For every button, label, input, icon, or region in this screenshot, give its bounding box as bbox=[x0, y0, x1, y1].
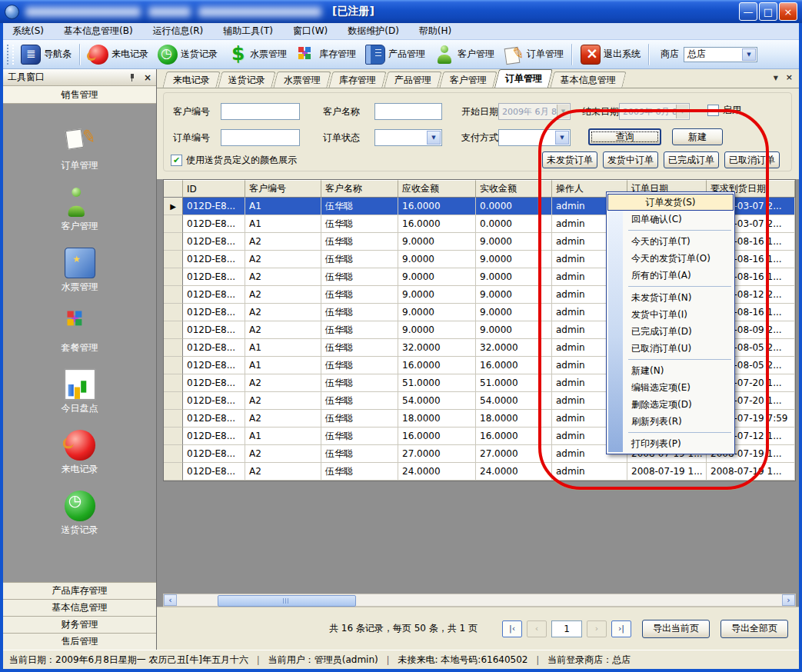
pay-method-select[interactable]: ▼ bbox=[498, 129, 571, 146]
row-selector[interactable] bbox=[164, 427, 183, 445]
toolbar-button[interactable]: 产品管理 bbox=[361, 42, 430, 67]
last-page-button[interactable]: ›| bbox=[611, 620, 631, 637]
menu-item[interactable]: 帮助(H) bbox=[419, 25, 451, 38]
order-status-select[interactable]: ▼ bbox=[374, 129, 442, 146]
export-all-pages-button[interactable]: 导出全部页 bbox=[720, 620, 788, 638]
chevron-down-icon[interactable]: ▼ bbox=[427, 131, 441, 145]
checkbox-box[interactable] bbox=[707, 105, 719, 116]
context-menu-item[interactable]: 今天的发货订单(O) bbox=[607, 250, 734, 267]
sidebar-close-icon[interactable]: × bbox=[144, 72, 151, 83]
row-selector[interactable] bbox=[164, 268, 183, 286]
tab-list-dropdown-icon[interactable]: ▼ bbox=[774, 72, 778, 82]
row-selector[interactable] bbox=[164, 445, 183, 463]
context-menu-item[interactable]: 已取消订单(U) bbox=[607, 340, 734, 357]
sidebar-group-sales[interactable]: 销售管理 bbox=[3, 86, 156, 104]
order-no-input[interactable] bbox=[221, 129, 300, 146]
delivery-color-checkbox[interactable]: ✔ 使用送货员定义的颜色展示 bbox=[171, 154, 297, 167]
context-menu-item[interactable]: 已完成订单(D) bbox=[607, 323, 734, 340]
start-date-picker[interactable]: 2009年 6月 8日▼ bbox=[498, 103, 571, 120]
new-button[interactable]: 新建 bbox=[672, 128, 723, 145]
sidebar-item[interactable]: 送货记录 bbox=[62, 493, 98, 537]
menu-item[interactable]: 数据维护(D) bbox=[348, 25, 399, 38]
toolbar-button[interactable]: 库存管理 bbox=[291, 42, 361, 67]
scrollbar-thumb[interactable] bbox=[218, 595, 356, 607]
tab[interactable]: 来电记录 bbox=[162, 72, 220, 88]
filter-completed-button[interactable]: 已完成订单 bbox=[664, 151, 719, 168]
row-selector[interactable] bbox=[164, 304, 183, 321]
row-selector[interactable] bbox=[164, 463, 183, 481]
row-selector[interactable] bbox=[164, 233, 183, 251]
column-header[interactable]: ID bbox=[183, 180, 245, 198]
shop-select[interactable]: 总店 ▼ bbox=[684, 47, 757, 62]
row-selector[interactable] bbox=[164, 374, 183, 392]
toolbar-button[interactable] bbox=[571, 44, 573, 65]
menu-item[interactable]: 基本信息管理(B) bbox=[64, 25, 133, 38]
toolbar-button[interactable]: 来电记录 bbox=[84, 42, 153, 67]
maximize-button[interactable]: □ bbox=[759, 2, 777, 21]
column-header[interactable]: 应收金额 bbox=[398, 180, 476, 198]
column-header[interactable]: 客户编号 bbox=[245, 180, 321, 198]
filter-cancelled-button[interactable]: 已取消订单 bbox=[724, 151, 780, 168]
chevron-down-icon[interactable]: ▼ bbox=[555, 131, 569, 145]
context-menu-item[interactable] bbox=[607, 357, 734, 362]
row-selector[interactable] bbox=[164, 286, 183, 304]
filter-unshipped-button[interactable]: 未发货订单 bbox=[542, 151, 597, 168]
toolbar-button[interactable]: 导航条 bbox=[16, 42, 76, 67]
context-menu-item[interactable]: 新建(N) bbox=[607, 362, 734, 379]
scroll-left-icon[interactable]: ‹ bbox=[164, 594, 177, 606]
scroll-right-icon[interactable]: › bbox=[782, 594, 795, 606]
toolbar-button[interactable]: 订单管理 bbox=[499, 42, 568, 67]
column-header[interactable]: 实收金额 bbox=[476, 180, 552, 198]
context-menu-item[interactable]: 今天的订单(T) bbox=[607, 233, 734, 250]
column-header[interactable]: 客户名称 bbox=[321, 180, 398, 198]
tab-close-icon[interactable]: × bbox=[786, 72, 793, 82]
context-menu-item[interactable] bbox=[607, 430, 734, 435]
context-menu-item[interactable]: 所有的订单(A) bbox=[607, 267, 734, 284]
context-menu-item[interactable]: 发货中订单(I) bbox=[607, 306, 734, 323]
column-header[interactable] bbox=[164, 180, 183, 198]
context-menu-item[interactable]: 删除选定项(D) bbox=[607, 396, 734, 413]
pin-icon[interactable] bbox=[128, 74, 136, 82]
sidebar-group-button[interactable]: 售后管理 bbox=[3, 633, 156, 650]
customer-name-input[interactable] bbox=[374, 103, 442, 120]
row-selector[interactable] bbox=[164, 339, 183, 357]
menu-item[interactable]: 辅助工具(T) bbox=[223, 25, 273, 38]
menu-item[interactable]: 窗口(W) bbox=[293, 25, 328, 38]
row-selector[interactable] bbox=[164, 251, 183, 268]
page-number-input[interactable] bbox=[551, 620, 582, 637]
sidebar-group-button[interactable]: 产品库存管理 bbox=[3, 582, 156, 599]
toolbar-button[interactable] bbox=[79, 44, 81, 65]
row-selector[interactable] bbox=[164, 410, 183, 427]
menu-item[interactable]: 系统(S) bbox=[12, 25, 44, 38]
toolbar-button[interactable]: 客户管理 bbox=[430, 42, 499, 67]
row-selector[interactable] bbox=[164, 215, 183, 233]
horizontal-scrollbar[interactable]: ‹ › bbox=[163, 594, 796, 607]
context-menu-item[interactable] bbox=[607, 228, 734, 233]
tab[interactable]: 产品管理 bbox=[384, 72, 441, 88]
toolbar-button[interactable]: 水票管理 bbox=[222, 42, 291, 67]
toolbar-button[interactable] bbox=[648, 44, 650, 65]
first-page-button[interactable]: |‹ bbox=[502, 620, 522, 637]
toolbar-button[interactable]: 退出系统 bbox=[576, 42, 645, 67]
close-button[interactable]: × bbox=[779, 2, 797, 21]
context-menu-item[interactable]: 订单发货(S) bbox=[607, 194, 734, 211]
checkbox-check-icon[interactable]: ✔ bbox=[171, 155, 182, 166]
context-menu-item[interactable]: 回单确认(C) bbox=[607, 211, 734, 228]
query-button[interactable]: 查询 bbox=[588, 128, 661, 145]
export-current-page-button[interactable]: 导出当前页 bbox=[642, 620, 710, 638]
sidebar-item[interactable]: 水票管理 bbox=[62, 250, 98, 294]
tab[interactable]: 送货记录 bbox=[218, 72, 275, 88]
sidebar-item[interactable]: 客户管理 bbox=[62, 189, 98, 233]
row-selector[interactable] bbox=[164, 392, 183, 410]
tab[interactable]: 基本信息管理 bbox=[550, 72, 626, 88]
sidebar-item[interactable]: 订单管理 bbox=[62, 128, 98, 172]
toolbar-button[interactable]: 送货记录 bbox=[153, 42, 222, 67]
tab[interactable]: 订单管理 bbox=[494, 69, 553, 88]
context-menu-item[interactable] bbox=[607, 284, 734, 289]
table-row[interactable]: 012D-E8... A2 伍华聪 24.0000 24.0000 admin … bbox=[164, 463, 795, 481]
row-selector[interactable] bbox=[164, 321, 183, 339]
end-date-picker[interactable]: 2009年 6月 8日▼ bbox=[619, 103, 690, 120]
next-page-button[interactable]: › bbox=[587, 620, 607, 637]
row-selector[interactable] bbox=[164, 357, 183, 374]
sidebar-group-button[interactable]: 基本信息管理 bbox=[3, 599, 156, 616]
